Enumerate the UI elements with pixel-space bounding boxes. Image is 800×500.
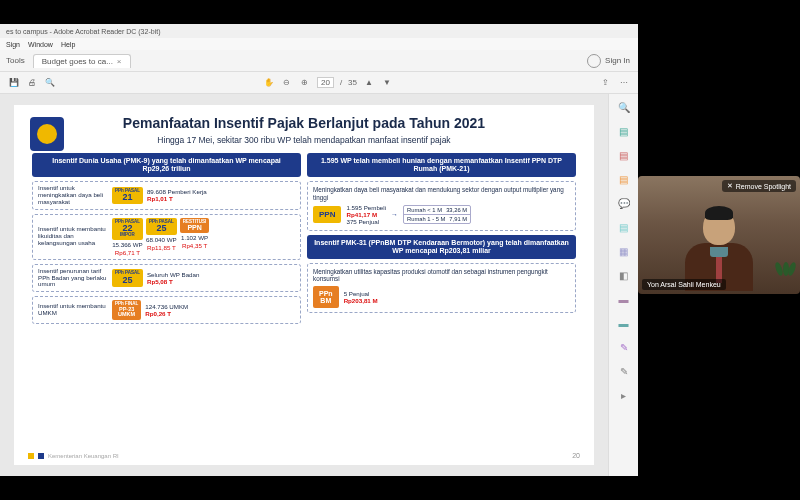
arrow-icon: → (391, 211, 398, 218)
row-likuiditas: Insentif untuk membantu likuiditas dan k… (32, 214, 301, 260)
rail-create-icon[interactable]: ▤ (617, 172, 631, 186)
rail-search-icon[interactable]: 🔍 (617, 100, 631, 114)
remove-icon: ✕ (727, 182, 733, 190)
menu-help[interactable]: Help (61, 41, 75, 48)
ministry-logo (30, 117, 64, 151)
badge-pph21: PPh PASAL 21 (112, 187, 143, 205)
prev-page-icon[interactable]: ▲ (363, 77, 375, 89)
badge-pph22: PPh PASAL 22 IMPOR (112, 218, 143, 240)
badge-umkm: PPh FINAL PP-23 UMKM (112, 300, 141, 320)
stat-pph21: 89.608 Pemberi Kerja Rp1,01 T (147, 188, 207, 202)
zoom-out-icon[interactable]: ⊖ (281, 77, 293, 89)
remove-spotlight-button[interactable]: ✕ Remove Spotlight (722, 180, 796, 192)
rail-protect-icon[interactable]: ▬ (617, 316, 631, 330)
row-label: Insentif untuk membantu likuiditas dan k… (38, 226, 108, 246)
rail-redact-icon[interactable]: ▬ (617, 292, 631, 306)
print-icon[interactable]: 🖨 (26, 77, 38, 89)
row-pph21: Insentif untuk meningkatkan daya beli ma… (32, 181, 301, 209)
row-umkm: Insentif untuk membantu UMKM PPh FINAL P… (32, 296, 301, 324)
zoom-in-icon[interactable]: ⊕ (299, 77, 311, 89)
badge-ppn: PPN (313, 206, 341, 223)
tab-toolbar: Tools Budget goes to ca... × Sign In (0, 50, 638, 72)
document-tab[interactable]: Budget goes to ca... × (33, 54, 131, 68)
page-sep: / (340, 78, 342, 87)
avatar-icon (587, 54, 601, 68)
rail-comment-icon[interactable]: 💬 (617, 196, 631, 210)
search-icon[interactable]: 🔍 (44, 77, 56, 89)
badge-pph25: PPh PASAL 25 (146, 218, 177, 236)
ppnbm-box: Meningkatkan utilitas kapasitas produksi… (307, 263, 576, 313)
slide-content: Pemanfaatan Insentif Pajak Berlanjut pad… (14, 105, 594, 465)
slide-subtitle: Hingga 17 Mei, sekitar 300 ribu WP telah… (32, 135, 576, 145)
window-titlebar: es to campus - Adobe Acrobat Reader DC (… (0, 24, 638, 38)
badge-pph25b: PPh PASAL 25 (112, 269, 143, 287)
page-total: 35 (348, 78, 357, 87)
menu-sign[interactable]: Sign (6, 41, 20, 48)
badge-ppn-restitusi: RESTITUSI PPN (180, 218, 210, 234)
slide-title: Pemanfaatan Insentif Pajak Berlanjut pad… (32, 115, 576, 131)
signin-area[interactable]: Sign In (579, 50, 638, 72)
left-banner: Insentif Dunia Usaha (PMK-9) yang telah … (32, 153, 301, 177)
tools-button[interactable]: Tools (6, 56, 25, 65)
share-icon[interactable]: ⇪ (600, 77, 612, 89)
rail-edit-icon[interactable]: ▤ (617, 148, 631, 162)
right-tools-rail: 🔍 ▤ ▤ ▤ 💬 ▤ ▦ ◧ ▬ ▬ ✎ ✎ ▸ (608, 94, 638, 476)
slide-page-number: 20 (572, 452, 580, 459)
hand-icon[interactable]: ✋ (263, 77, 275, 89)
document-area: Pemanfaatan Insentif Pajak Berlanjut pad… (0, 94, 638, 476)
tab-label: Budget goes to ca... (42, 57, 113, 66)
rail-collapse-icon[interactable]: ▸ (617, 388, 631, 402)
plant-decoration (776, 262, 796, 288)
page-current[interactable]: 20 (317, 77, 334, 88)
housing-table: Rumah < 1 M33,26 M Rumah 1 - 5 M7,91 M (403, 205, 471, 224)
right-banner-1: 1.595 WP telah membeli hunian dengan mem… (307, 153, 576, 177)
page-toolbar: 💾 🖨 🔍 ✋ ⊖ ⊕ 20 / 35 ▲ ▼ ⇪ ⋯ (0, 72, 638, 94)
slide-footer: Kementerian Keuangan RI (28, 453, 119, 459)
left-column: Insentif Dunia Usaha (PMK-9) yang telah … (32, 153, 301, 324)
rail-export-icon[interactable]: ▤ (617, 124, 631, 138)
rail-fill-icon[interactable]: ✎ (617, 340, 631, 354)
participant-nameplate: Yon Arsal Sahli Menkeu (642, 279, 726, 290)
right-column: 1.595 WP telah membeli hunian dengan mem… (307, 153, 576, 324)
right-banner-2: Insentif PMK-31 (PPnBM DTP Kendaraan Ber… (307, 235, 576, 259)
row-label: Insentif untuk meningkatkan daya beli ma… (38, 185, 108, 205)
save-icon[interactable]: 💾 (8, 77, 20, 89)
rail-send-icon[interactable]: ✎ (617, 364, 631, 378)
badge-ppnbm: PPn BM (313, 286, 339, 308)
rail-combine-icon[interactable]: ▤ (617, 220, 631, 234)
rail-compress-icon[interactable]: ◧ (617, 268, 631, 282)
ppn-box: Meningkatkan daya beli masyarakat dan me… (307, 181, 576, 230)
menu-bar: Sign Window Help (0, 38, 638, 50)
acrobat-window: es to campus - Adobe Acrobat Reader DC (… (0, 24, 638, 476)
next-page-icon[interactable]: ▼ (381, 77, 393, 89)
window-title: es to campus - Adobe Acrobat Reader DC (… (6, 28, 160, 35)
rail-organize-icon[interactable]: ▦ (617, 244, 631, 258)
more-icon[interactable]: ⋯ (618, 77, 630, 89)
participant-video-tile[interactable]: ✕ Remove Spotlight Yon Arsal Sahli Menke… (638, 176, 800, 294)
close-icon[interactable]: × (117, 57, 122, 66)
row-pphbadan: Insentif penurunan tarif PPh Badan yang … (32, 264, 301, 292)
signin-label: Sign In (605, 56, 630, 65)
menu-window[interactable]: Window (28, 41, 53, 48)
